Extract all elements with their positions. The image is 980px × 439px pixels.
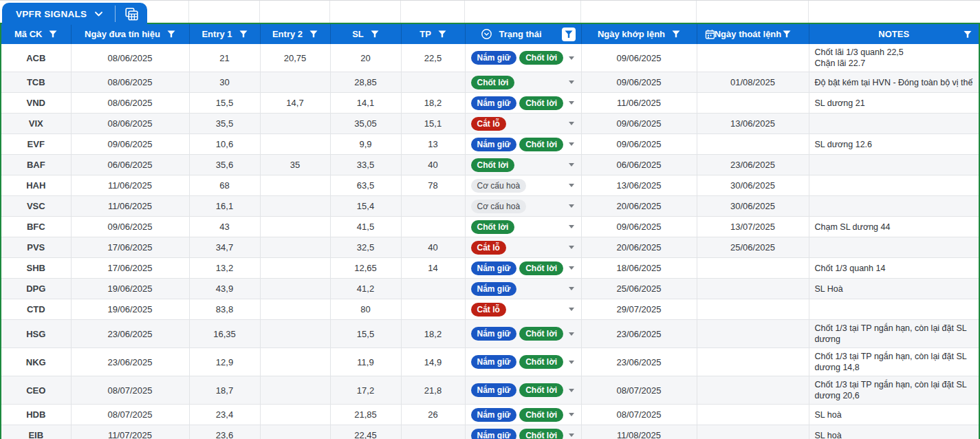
cell-notes[interactable] [809,237,979,258]
cell-sl[interactable]: 20 [330,44,401,72]
cell-notes[interactable] [809,299,979,320]
cell-signal-date[interactable]: 08/06/2025 [71,72,189,93]
cell-notes[interactable]: SL hoà [809,405,979,425]
cell-entry1[interactable]: 34,7 [189,237,260,258]
cell-stock-code[interactable]: VND [1,93,71,114]
cell-tp[interactable] [401,299,465,320]
cell-signal-date[interactable]: 11/06/2025 [71,175,189,196]
cell-signal-date[interactable]: 23/06/2025 [71,320,189,348]
cell-notes[interactable] [809,155,979,175]
cell-tp[interactable] [401,217,465,237]
filter-icon[interactable] [438,30,446,38]
cell-stock-code[interactable]: PVS [1,237,71,258]
filter-icon[interactable] [963,30,972,38]
cell-signal-date[interactable]: 08/06/2025 [71,44,189,72]
cell-notes[interactable]: Chốt 1/3 tại TP ngắn hạn, còn lại đặt SL… [809,348,979,376]
cell-entry2[interactable] [260,114,330,134]
cell-sl[interactable]: 9,9 [330,134,401,155]
cell-sl[interactable]: 21,85 [330,405,401,425]
column-header-entry1[interactable]: Entry 1 [189,24,260,44]
cell-stock-code[interactable]: CTD [1,299,71,320]
cell-stock-code[interactable]: ACB [1,44,71,72]
cell-entry2[interactable] [260,258,330,279]
cell-tp[interactable]: 40 [401,155,465,175]
cell-matched-date[interactable]: 09/06/2025 [581,134,697,155]
cell-matched-date[interactable]: 13/06/2025 [581,175,697,196]
status-dropdown-caret[interactable] [569,81,574,84]
cell-notes[interactable]: Chốt lãi 1/3 quanh 22,5 Chặn lãi 22.7 [809,44,979,72]
cell-status-dropdown[interactable]: Nắm giữChốt lời [465,134,581,155]
cell-matched-date[interactable]: 06/06/2025 [581,155,697,175]
cell-entry1[interactable]: 35,5 [189,114,260,134]
cell-tp[interactable] [401,196,465,217]
cell-matched-date[interactable]: 20/06/2025 [581,237,697,258]
cell-tp[interactable]: 18,2 [401,320,465,348]
cell-exit-date[interactable]: 25/06/2025 [697,237,809,258]
cell-notes[interactable]: Chạm SL dương 44 [809,217,979,237]
cell-entry2[interactable] [260,175,330,196]
cell-tp[interactable]: 15,1 [401,114,465,134]
cell-sl[interactable]: 17,2 [330,376,401,405]
chevron-down-icon[interactable] [95,12,102,17]
cell-exit-date[interactable] [697,93,809,114]
cell-entry1[interactable]: 16,35 [189,320,260,348]
cell-entry2[interactable] [260,279,330,299]
status-dropdown-caret[interactable] [569,163,574,167]
cell-tp[interactable]: 14,9 [401,348,465,376]
cell-entry2[interactable] [260,72,330,93]
cell-stock-code[interactable]: VSC [1,196,71,217]
filter-icon[interactable] [239,30,248,38]
filter-icon[interactable] [783,30,791,38]
cell-stock-code[interactable]: EVF [1,134,71,155]
cell-status-dropdown[interactable]: Nắm giữChốt lời [465,258,581,279]
cell-sl[interactable]: 33,5 [330,155,401,175]
cell-sl[interactable]: 15,4 [330,196,401,217]
cell-entry1[interactable]: 30 [189,72,260,93]
filter-icon[interactable] [49,30,57,38]
cell-status-dropdown[interactable]: Chốt lời [465,217,581,237]
active-filter-icon[interactable] [562,28,576,41]
cell-sl[interactable]: 41,5 [330,217,401,237]
cell-entry1[interactable]: 21 [189,44,260,72]
cell-status-dropdown[interactable]: Cơ cấu hoà [465,196,581,217]
cell-signal-date[interactable]: 06/06/2025 [71,155,189,175]
cell-status-dropdown[interactable]: Nắm giữChốt lời [465,348,581,376]
cell-stock-code[interactable]: EIB [1,425,71,439]
cell-entry2[interactable] [260,405,330,425]
cell-matched-date[interactable]: 18/06/2025 [581,258,697,279]
cell-matched-date[interactable]: 09/06/2025 [581,217,697,237]
cell-status-dropdown[interactable]: Cắt lỗ [465,237,581,258]
cell-notes[interactable]: SL dương 12.6 [809,134,979,155]
filter-icon[interactable] [167,30,175,38]
cell-signal-date[interactable]: 08/06/2025 [71,114,189,134]
cell-entry1[interactable]: 43 [189,217,260,237]
status-dropdown-caret[interactable] [569,225,574,228]
cell-signal-date[interactable]: 19/06/2025 [71,279,189,299]
column-header-tp[interactable]: TP [401,24,465,44]
cell-sl[interactable]: 80 [330,299,401,320]
cell-exit-date[interactable] [697,299,809,320]
cell-matched-date[interactable]: 23/06/2025 [581,320,697,348]
status-dropdown-caret[interactable] [569,204,574,208]
column-header-code[interactable]: Mã CK [1,24,71,44]
cell-signal-date[interactable]: 08/07/2025 [71,376,189,405]
cell-status-dropdown[interactable]: Nắm giữChốt lời [465,376,581,405]
cell-status-dropdown[interactable]: Cắt lỗ [465,299,581,320]
cell-exit-date[interactable] [697,376,809,405]
cell-exit-date[interactable]: 13/06/2025 [697,114,809,134]
cell-signal-date[interactable]: 09/06/2025 [71,134,189,155]
status-dropdown-caret[interactable] [569,389,574,392]
cell-tp[interactable]: 13 [401,134,465,155]
status-dropdown-caret[interactable] [569,246,574,249]
cell-matched-date[interactable]: 20/06/2025 [581,196,697,217]
cell-signal-date[interactable]: 11/07/2025 [71,425,189,439]
cell-stock-code[interactable]: BFC [1,217,71,237]
cell-signal-date[interactable]: 09/06/2025 [71,217,189,237]
status-dropdown-caret[interactable] [569,101,574,105]
cell-entry2[interactable] [260,217,330,237]
cell-entry1[interactable]: 12,9 [189,348,260,376]
cell-notes[interactable] [809,196,979,217]
cell-exit-date[interactable]: 30/06/2025 [697,196,809,217]
cell-notes[interactable] [809,114,979,134]
tab-vpfr-signals[interactable]: VPFR SIGNALS [2,3,115,25]
